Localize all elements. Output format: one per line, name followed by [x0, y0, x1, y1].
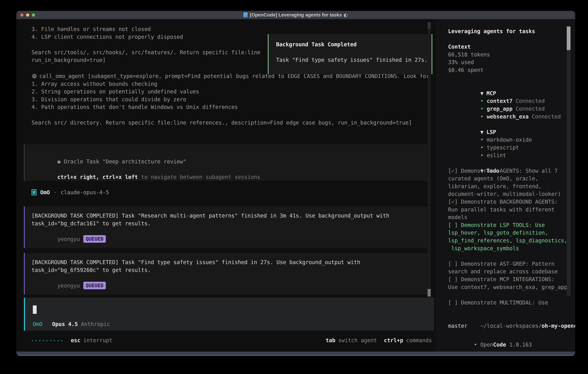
task-user: yeongyu — [57, 236, 80, 242]
todo-line — [448, 291, 567, 299]
transcript-line: Search src/tools/, src/hooks/, src/featu… — [32, 49, 261, 56]
todo-line: [✓] Demonstrate BACKGROUND AGENTS: — [448, 198, 567, 206]
todo-line: models — [448, 213, 567, 221]
status-dot-icon: • — [474, 342, 477, 348]
tab-key-label: switch agent — [338, 337, 377, 343]
ctrlp-key-hint: ctrl+p — [384, 337, 403, 343]
version-line: •OpenCode 1.0.163 — [448, 335, 532, 343]
transcript-line — [32, 41, 261, 49]
mcp-section-header[interactable]: ▼MCP — [448, 82, 567, 90]
todo-line-active: [ ] Demonstrate LSP TOOLS: Use — [448, 221, 567, 229]
workspace-path: ~/local-workspaces/oh-my-opencode: — [448, 314, 567, 322]
terminal-content: 3. File handles or streams not closed 4.… — [16, 19, 575, 352]
scrollbar-thumb[interactable] — [567, 26, 570, 50]
keybinding-hint: ctrl+x right, ctrl+x left — [57, 174, 138, 180]
todo-line: [✓] Demonstrate AGENTS: Show all 7 — [448, 167, 567, 175]
prompt-input[interactable]: OmO Opus 4.5 Anthropic — [24, 298, 434, 331]
window-titlebar[interactable]: [OpenCode] Leveraging agents for tasks ◐ — [16, 11, 575, 19]
status-dot-icon: • — [480, 98, 483, 104]
queued-badge: QUEUED — [83, 235, 106, 243]
window-bottom-strip — [16, 352, 575, 356]
input-footer: OmO Opus 4.5 Anthropic — [33, 320, 110, 328]
activity-dots-icon: ▪▪▪▪▪▪▪▪▪ — [32, 339, 64, 342]
transcript-top: 3. File handles or streams not closed 4.… — [32, 25, 261, 64]
tool-call-line — [32, 111, 429, 119]
tool-call-line: 2. String operations on potentially unde… — [32, 88, 429, 96]
todo-line: [ ] Demonstrate MCP INTEGRATIONS: — [448, 276, 567, 283]
collapse-triangle-icon: ▼ — [480, 90, 483, 96]
ctrlp-key-label: commands — [406, 337, 432, 343]
status-dot-icon: • — [480, 137, 483, 143]
transcript-line: 3. File handles or streams not closed — [32, 25, 261, 33]
minimize-button[interactable] — [26, 13, 29, 17]
sidebar: Leveraging agents for tasks Context 66,5… — [436, 19, 575, 352]
gear-icon — [32, 73, 37, 79]
oracle-target-icon: ◉ — [57, 158, 61, 165]
session-indicator-icon: ◐ — [344, 12, 348, 18]
background-task-message: [BACKGROUND TASK COMPLETED] Task "Find t… — [24, 253, 430, 295]
footer-agent-name: OmO — [33, 321, 42, 327]
context-spent: $0.46 spent — [448, 66, 567, 74]
tab-key-hint: tab — [326, 337, 335, 343]
separator-dot: · — [54, 189, 57, 196]
window-title: [OpenCode] Leveraging agents for tasks — [250, 12, 342, 18]
background-task-message: [BACKGROUND TASK COMPLETED] Task "Resear… — [24, 206, 430, 248]
transcript-line: 4. LSP client connections not properly d… — [32, 33, 261, 41]
task-message-line: task_id="bg_6f59260c" to get results. — [32, 266, 430, 274]
sidebar-scrollbar[interactable] — [567, 26, 570, 296]
todo-line: Run parallel tasks with different — [448, 206, 567, 214]
close-button[interactable] — [20, 13, 23, 17]
keybinding-hint-label: to navigate between subagent sessions — [138, 174, 260, 180]
oracle-task-title: Oracle Task "Deep architecture review" — [64, 158, 186, 165]
footer-model: Opus 4.5 — [52, 321, 78, 327]
tool-call-line: 1. Array access without bounds checking — [32, 80, 429, 88]
context-used: 33% used — [448, 58, 567, 66]
task-message-line: task_id="bg_dcfac161" to get results. — [32, 220, 430, 228]
status-dot-icon: • — [480, 145, 483, 151]
task-user: yeongyu — [57, 283, 80, 289]
sidebar-session-title: Leveraging agents for tasks — [448, 28, 567, 35]
todo-line: curated agents (OmO, oracle, — [448, 175, 567, 183]
agent-square-icon — [32, 189, 36, 195]
todo-line-active: lsp_find_references, lsp_diagnostics, — [448, 237, 567, 245]
background-task-toast: Background Task Completed Task "Find typ… — [268, 34, 432, 74]
status-bar: ▪▪▪▪▪▪▪▪▪ esc interrupt tab switch agent… — [32, 336, 432, 344]
maximize-button[interactable] — [32, 13, 35, 17]
collapse-triangle-icon: ▼ — [480, 129, 483, 135]
tool-call-line: 4. Path operations that don't handle Win… — [32, 103, 429, 111]
task-message-line: [BACKGROUND TASK COMPLETED] Task "Find t… — [32, 259, 430, 266]
todo-line: librarian, explore, frontend, — [448, 183, 567, 190]
transcript-line: run_in_background=true] — [32, 56, 261, 64]
scrollbar-thumb[interactable] — [428, 22, 431, 29]
esc-key-label: interrupt — [83, 337, 112, 343]
todo-line: [ ] Demonstrate MULTIMODAL: Use — [448, 299, 567, 307]
todo-line: document-writer, multimodal-looker) — [448, 190, 567, 198]
todo-line: Use context7, websearch_exa, grep_app — [448, 283, 567, 291]
traffic-lights — [20, 11, 35, 19]
toast-title: Background Task Completed — [276, 41, 431, 48]
context-tokens: 66,518 tokens — [448, 51, 567, 59]
footer-provider: Anthropic — [81, 321, 110, 327]
context-header: Context — [448, 43, 567, 51]
agent-header: OmO · claude-opus-4-5 — [32, 188, 109, 196]
status-dot-icon: • — [480, 114, 483, 120]
todo-line: search and replace across codebase — [448, 268, 567, 276]
status-dot-icon: • — [480, 152, 483, 158]
status-dot-icon: • — [480, 106, 483, 112]
scrollbar-thumb[interactable] — [428, 289, 431, 296]
oracle-task-box: ◉ Oracle Task "Deep architecture review"… — [24, 144, 430, 181]
task-message-line: [BACKGROUND TASK COMPLETED] Task "Resear… — [32, 212, 430, 220]
opencode-terminal-window: [OpenCode] Leveraging agents for tasks ◐… — [16, 11, 575, 356]
todo-line-active: lsp_hover, lsp_goto_definition, — [448, 229, 567, 237]
todo-line: [ ] Demonstrate AST-GREP: Pattern — [448, 260, 567, 268]
notebook-icon — [244, 12, 248, 17]
todo-line-active: lsp_workspace_symbols — [448, 245, 567, 252]
tool-call-block: call_omo_agent [subagent_type=explore, p… — [32, 72, 429, 126]
agent-model: claude-opus-4-5 — [61, 189, 109, 196]
agent-name: OmO — [40, 189, 50, 196]
tool-call-line: Search src/ directory. Return specific f… — [32, 119, 429, 127]
tool-call-line: 3. Division operations that could divide… — [32, 96, 429, 104]
esc-key-hint: esc — [71, 337, 80, 343]
text-cursor — [33, 305, 37, 314]
toast-body: Task "Find type safety issues" finished … — [276, 56, 431, 64]
